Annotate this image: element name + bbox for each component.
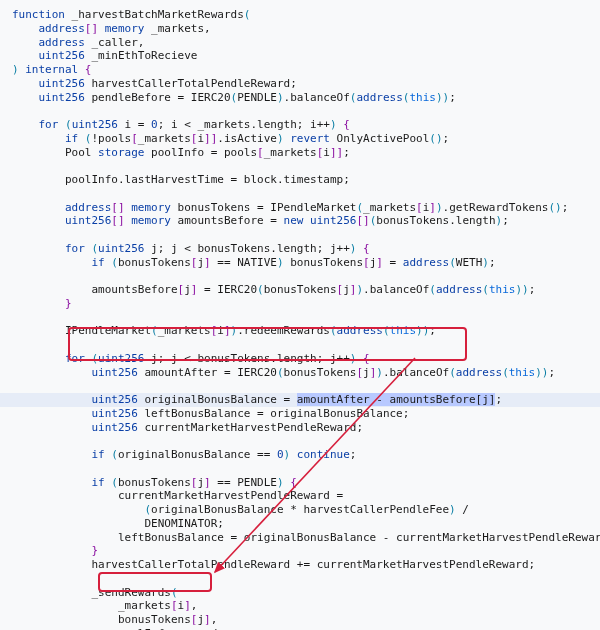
code-line: if (!pools[_markets[i]].isActive) revert… [12, 132, 600, 146]
code-line: DENOMINATOR; [12, 517, 600, 531]
code-line [12, 159, 600, 173]
code-line: if (originalBonusBalance == 0) continue; [12, 448, 600, 462]
code-line [12, 187, 600, 201]
code-line: leftBonusBalance = originalBonusBalance … [12, 531, 600, 545]
code-line: currentMarketHarvestPendleReward = [12, 489, 600, 503]
code-line: for (uint256 i = 0; i < _markets.length;… [12, 118, 600, 132]
code-line: uint256 originalBonusBalance = amountAft… [0, 393, 600, 407]
code-line [12, 311, 600, 325]
code-line [12, 572, 600, 586]
code-line: address _caller, [12, 36, 600, 50]
code-line: for (uint256 j; j < bonusTokens.length; … [12, 242, 600, 256]
code-line [12, 338, 600, 352]
code-line [12, 434, 600, 448]
code-line [12, 228, 600, 242]
code-line: bonusTokens[j], [12, 613, 600, 627]
code-line: function _harvestBatchMarketRewards( [12, 8, 600, 22]
code-line: uint256 currentMarketHarvestPendleReward… [12, 421, 600, 435]
code-line [12, 379, 600, 393]
code-line [12, 104, 600, 118]
code-line: } [12, 297, 600, 311]
code-line: harvestCallerTotalPendleReward += curren… [12, 558, 600, 572]
code-line: uint256 _minEthToRecieve [12, 49, 600, 63]
code-line: if (bonusTokens[j] == PENDLE) { [12, 476, 600, 490]
code-line: _markets[i], [12, 599, 600, 613]
code-line: (originalBonusBalance * harvestCallerPen… [12, 503, 600, 517]
code-line: IPendleMarket(_markets[i]).redeemRewards… [12, 324, 600, 338]
code-line: for (uint256 j; j < bonusTokens.length; … [12, 352, 600, 366]
code-line: uint256 amountAfter = IERC20(bonusTokens… [12, 366, 600, 380]
code-line: uint256[] memory amountsBefore = new uin… [12, 214, 600, 228]
code-line: address[] memory bonusTokens = IPendleMa… [12, 201, 600, 215]
code-block: function _harvestBatchMarketRewards( add… [0, 0, 600, 630]
code-line: amountsBefore[j] = IERC20(bonusTokens[j]… [12, 283, 600, 297]
code-line: address[] memory _markets, [12, 22, 600, 36]
code-line: poolInfo.lastHarvestTime = block.timesta… [12, 173, 600, 187]
code-line: Pool storage poolInfo = pools[_markets[i… [12, 146, 600, 160]
code-line: if (bonusTokens[j] == NATIVE) bonusToken… [12, 256, 600, 270]
code-line: } [12, 544, 600, 558]
code-line: uint256 harvestCallerTotalPendleReward; [12, 77, 600, 91]
code-line: uint256 leftBonusBalance = originalBonus… [12, 407, 600, 421]
code-line: ) internal { [12, 63, 600, 77]
code-line: _sendRewards( [12, 586, 600, 600]
code-line: uint256 pendleBefore = IERC20(PENDLE).ba… [12, 91, 600, 105]
code-line [12, 269, 600, 283]
code-line [12, 462, 600, 476]
